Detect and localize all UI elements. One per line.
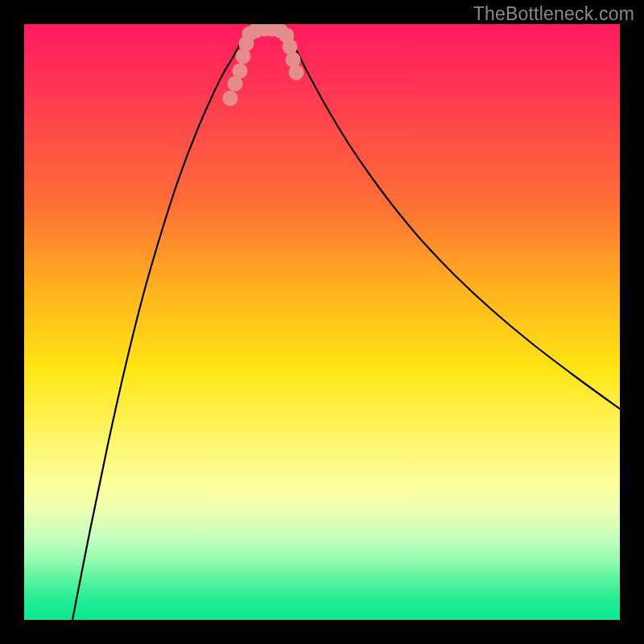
- left-curve: [72, 34, 245, 620]
- marker-dot: [289, 65, 304, 80]
- chart-frame: TheBottleneck.com: [0, 0, 644, 644]
- right-curve: [288, 34, 620, 409]
- marker-dot: [233, 64, 248, 79]
- watermark-text: TheBottleneck.com: [473, 3, 634, 25]
- marker-dot: [283, 39, 298, 55]
- marker-dot: [223, 91, 238, 106]
- marker-dot: [236, 49, 251, 64]
- marker-dot: [286, 52, 301, 68]
- plot-area: [24, 24, 620, 620]
- curve-layer: [24, 24, 620, 620]
- bottom-markers: [223, 24, 304, 106]
